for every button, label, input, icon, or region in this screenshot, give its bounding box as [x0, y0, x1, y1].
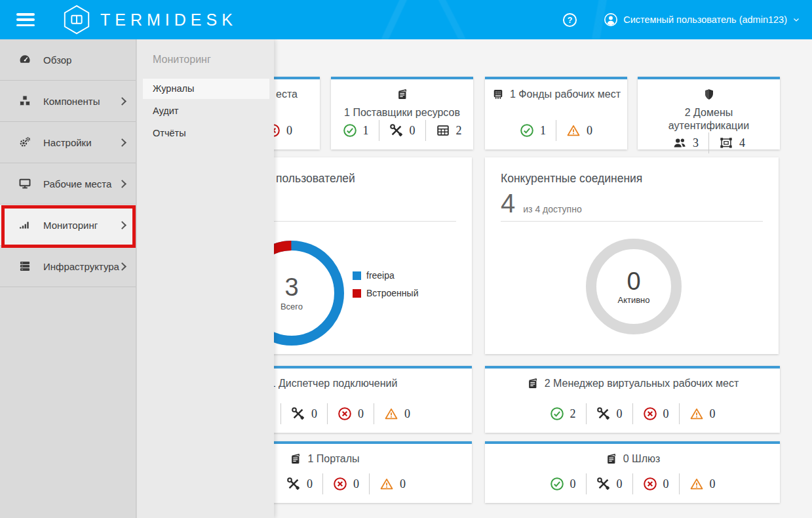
stat-value: 2	[570, 407, 576, 421]
hexagon-logo-icon	[62, 5, 91, 35]
stat-value: 0	[307, 477, 313, 491]
error-circle-icon	[333, 477, 347, 491]
stat-value: 1	[540, 124, 546, 138]
legend-item: Встроенный	[353, 288, 418, 298]
card-gateway: 0 Шлюз 0 0 0 0	[485, 441, 780, 503]
card-title-text: 1 Поставщики ресурсов	[344, 106, 460, 119]
legend-label: freeipa	[366, 270, 395, 281]
stat-errors: 0	[632, 403, 679, 424]
stat-errors: 0	[322, 473, 369, 494]
warning-triangle-icon	[689, 477, 704, 491]
sidebar-item-settings[interactable]: Настройки	[0, 122, 136, 163]
stat-value: 0	[353, 477, 359, 491]
legend-swatch	[353, 271, 361, 280]
stat-value: 0	[311, 407, 317, 421]
warning-triangle-icon	[566, 123, 581, 138]
connections-active-label: Активно	[617, 295, 649, 305]
stat-errors: 0	[327, 403, 374, 424]
check-circle-icon	[550, 477, 564, 491]
card-title-text: пользователей	[276, 172, 355, 185]
stat-maintenance: 0	[379, 120, 425, 141]
stat-value: 0	[663, 407, 669, 421]
tools-icon	[596, 407, 611, 421]
connections-available-value: 4	[501, 189, 515, 218]
table-icon	[436, 123, 450, 138]
chevron-down-icon	[792, 16, 800, 24]
divider	[501, 221, 763, 222]
stat-total: 2	[425, 120, 472, 141]
stat-value: 3	[693, 136, 699, 150]
card-title-text: 1 Фонды рабочих мест	[510, 88, 621, 101]
warning-triangle-icon	[379, 477, 394, 491]
card-title-text: 1 Порталы	[307, 452, 359, 466]
check-circle-icon	[343, 123, 357, 138]
stat-warnings: 0	[679, 473, 725, 494]
sidebar-item-workplaces[interactable]: Рабочие места	[0, 163, 136, 205]
check-circle-icon	[550, 407, 564, 421]
topbar: TERMIDESK ? Системный пользователь (admi…	[0, 0, 812, 39]
stat-value: 0	[404, 407, 410, 421]
stat-value: 0	[410, 124, 416, 138]
stat-value: 1	[363, 124, 369, 138]
user-label: Системный пользователь (admin123)	[623, 14, 787, 25]
hamburger-menu-icon[interactable]	[16, 13, 35, 26]
sidebar-item-label: Инфраструктура	[43, 261, 119, 272]
sidebar-item-label: Мониторинг	[43, 220, 98, 231]
tools-icon	[389, 123, 404, 138]
sidebar-item-label: Рабочие места	[43, 178, 111, 189]
stat-maintenance: 0	[277, 473, 322, 494]
warning-triangle-icon	[384, 407, 398, 421]
chevron-right-icon	[118, 138, 126, 147]
avatar-icon	[604, 12, 618, 27]
stat-ok: 0	[540, 473, 586, 494]
brand-logo[interactable]: TERMIDESK	[62, 5, 237, 35]
users-icon	[672, 136, 687, 150]
sidebar-item-label: Настройки	[43, 137, 92, 148]
card-title: 0 Шлюз	[485, 452, 780, 466]
error-circle-icon	[643, 407, 657, 421]
sidebar-item-label: Компоненты	[43, 96, 100, 107]
legend-item: freeipa	[353, 270, 418, 281]
donut-legend: freeipa Встроенный	[353, 270, 418, 298]
document-icon	[526, 377, 539, 390]
stat-value: 4	[739, 136, 745, 150]
stat-users: 3	[663, 132, 708, 153]
card-title-text: 0 Шлюз	[623, 452, 661, 466]
card-title-text: 2 Домены аутентификации	[653, 106, 765, 132]
flyout-item-journals[interactable]: Журналы	[143, 79, 269, 99]
document-icon	[396, 88, 409, 101]
flyout-item-reports[interactable]: Отчёты	[143, 123, 269, 144]
card-workplace-pools: 1 Фонды рабочих мест 1 0	[485, 77, 627, 149]
sidebar: Обзор Компоненты Настройки Рабочие места…	[0, 39, 136, 518]
stat-value: 0	[617, 407, 623, 421]
stat-value: 0	[710, 407, 716, 421]
stat-maintenance: 0	[280, 403, 327, 424]
sidebar-item-overview[interactable]: Обзор	[0, 39, 136, 81]
stat-warnings: 0	[374, 403, 420, 424]
document-icon	[605, 452, 618, 466]
check-circle-icon	[520, 123, 534, 138]
sidebar-item-infrastructure[interactable]: Инфраструктура	[0, 246, 136, 287]
chevron-right-icon	[118, 180, 126, 188]
stat-ok: 1	[510, 120, 556, 141]
signal-bars-icon	[18, 218, 31, 231]
sidebar-item-components[interactable]: Компоненты	[0, 81, 136, 122]
stat-value: 0	[400, 477, 406, 491]
tools-icon	[596, 477, 611, 491]
stat-warnings: 0	[679, 403, 725, 424]
workplace-pool-icon	[492, 88, 505, 101]
document-icon	[289, 452, 302, 466]
stat-errors: 0	[632, 473, 679, 494]
help-icon[interactable]: ?	[562, 12, 577, 28]
card-title: 1 Поставщики ресурсов	[331, 88, 473, 119]
connections-ring: 0 Активно	[586, 239, 682, 334]
gears-icon	[18, 136, 31, 149]
user-menu[interactable]: Системный пользователь (admin123)	[604, 12, 800, 27]
stat-value: 2	[456, 124, 462, 138]
sidebar-item-monitoring[interactable]: Мониторинг	[0, 205, 136, 246]
error-circle-icon	[338, 407, 352, 421]
sidebar-item-label: Обзор	[43, 54, 71, 66]
flyout-item-audit[interactable]: Аудит	[143, 101, 269, 121]
card-title: 1 Фонды рабочих мест	[485, 88, 627, 101]
object-group-icon	[719, 136, 733, 150]
